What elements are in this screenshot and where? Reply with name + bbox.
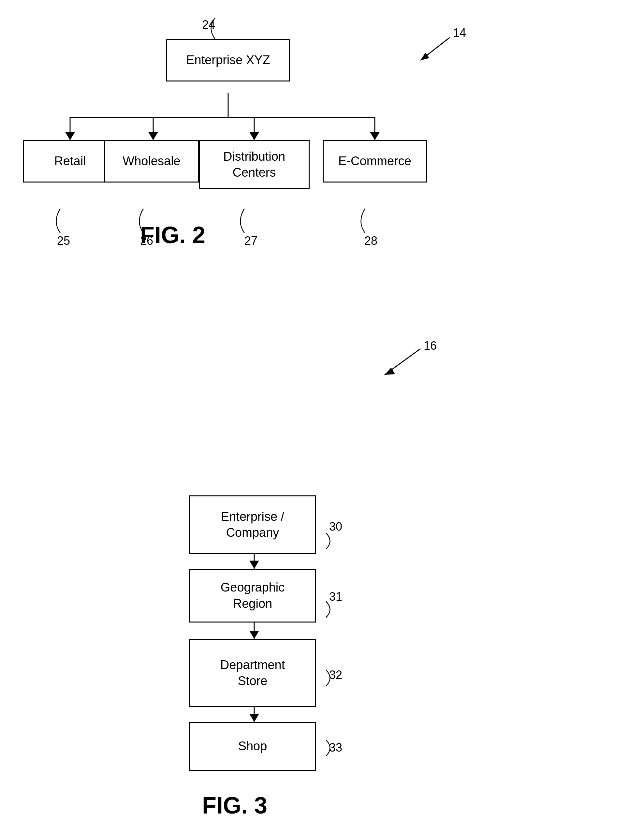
ref-30: 30 [329,520,342,534]
retail-label: Retail [54,153,86,169]
geographic-region-label: GeographicRegion [221,580,284,612]
shop-label: Shop [238,738,267,754]
department-store-label: DepartmentStore [220,657,285,689]
enterprise-xyz-label: Enterprise XYZ [186,52,270,68]
ref-25: 25 [57,234,70,248]
ref-27: 27 [244,234,257,248]
ref-32: 32 [329,668,342,682]
connectors-svg [0,0,644,836]
fig3-label: FIG. 3 [202,792,267,819]
svg-marker-20 [249,714,259,722]
distribution-centers-label: DistributionCenters [223,149,285,181]
svg-marker-18 [249,631,259,639]
fig2-label: FIG. 2 [140,222,205,248]
ecommerce-label: E-Commerce [338,153,411,169]
distribution-centers-box: DistributionCenters [199,140,310,189]
svg-line-21 [384,349,420,375]
department-store-box: DepartmentStore [189,639,316,707]
svg-marker-9 [249,132,259,140]
svg-marker-3 [65,132,75,140]
enterprise-xyz-box: Enterprise XYZ [166,39,290,82]
ref-31: 31 [329,590,342,604]
ref-28: 28 [364,234,378,248]
ecommerce-box: E-Commerce [323,140,427,183]
shop-box: Shop [189,722,316,771]
svg-marker-14 [420,53,430,60]
enterprise-company-box: Enterprise /Company [189,495,316,554]
main-container: 24 Enterprise XYZ 14 Retail Wholesale Di… [0,0,644,836]
svg-marker-6 [148,132,158,140]
ref-14: 14 [453,26,466,40]
svg-marker-16 [249,561,259,569]
svg-line-13 [420,38,450,60]
svg-marker-12 [370,132,380,140]
retail-box: Retail [23,140,117,183]
enterprise-company-label: Enterprise /Company [221,509,284,541]
svg-marker-22 [384,367,395,375]
ref-16: 16 [424,339,437,353]
wholesale-label: Wholesale [123,153,180,169]
geographic-region-box: GeographicRegion [189,569,316,622]
ref-24: 24 [202,18,215,32]
wholesale-box: Wholesale [104,140,199,183]
ref-33: 33 [329,741,342,754]
